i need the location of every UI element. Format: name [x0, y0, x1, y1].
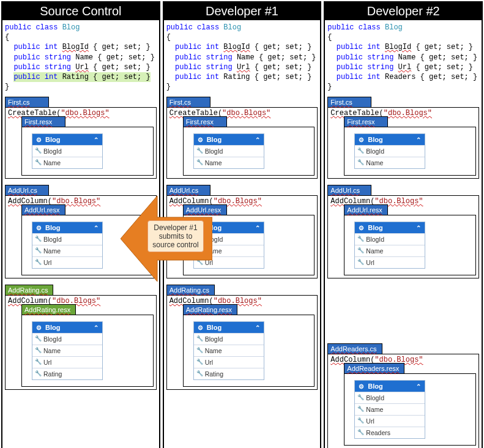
chevron-up-icon: ⌃ [94, 136, 99, 143]
model-card-addurl: ⚙Blog⌃ BlogId Name Url [32, 222, 103, 269]
card-field: Name [194, 157, 264, 168]
card-field: BlogId [32, 333, 102, 345]
gear-icon: ⚙ [198, 225, 203, 231]
model-card-addurl: ⚙Blog⌃ BlogId Name Url [354, 222, 425, 269]
card-field: Name [194, 345, 264, 356]
file-addrating-cs: AddRating.cs AddColumn("dbo.Blogs" AddRa… [166, 285, 318, 390]
card-field: BlogId [194, 145, 264, 157]
card-field: Name [32, 345, 102, 356]
gear-icon: ⚙ [359, 136, 364, 143]
card-field: Rating [194, 368, 264, 379]
gear-icon: ⚙ [359, 225, 364, 231]
column-source-control: Source Control public class Blog { publi… [1, 1, 160, 448]
spacer [327, 285, 479, 343]
file-first-cs: First.cs CreateTable("dbo.Blogs" First.r… [327, 97, 479, 179]
gear-icon: ⚙ [198, 136, 203, 143]
code-block-source: public class Blog { public int BlogId { … [2, 20, 159, 95]
card-field: BlogId [194, 233, 264, 245]
column-title-dev1: Developer #1 [164, 2, 321, 20]
card-field: Url [355, 415, 425, 427]
code-block-dev2: public class Blog { public int BlogId { … [325, 20, 482, 95]
gear-icon: ⚙ [359, 383, 364, 390]
card-field: Url [194, 256, 264, 268]
model-card-addreaders: ⚙Blog⌃ BlogId Name Url Readers [354, 380, 425, 439]
file-first-cs: First.cs CreateTable("dbo.Blogs" First.r… [166, 97, 318, 179]
card-field: Name [355, 245, 425, 256]
card-field: Readers [355, 427, 425, 438]
card-field: Name [32, 157, 102, 168]
gear-icon: ⚙ [36, 225, 42, 231]
gear-icon: ⚙ [36, 324, 42, 331]
card-field: Url [32, 356, 102, 368]
card-field: BlogId [32, 145, 102, 157]
gear-icon: ⚙ [198, 324, 203, 331]
chevron-up-icon: ⌃ [255, 324, 260, 331]
chevron-up-icon: ⌃ [94, 324, 99, 331]
model-card-first: ⚙Blog⌃ BlogId Name [193, 133, 264, 169]
model-card-addrating: ⚙Blog⌃ BlogId Name Url Rating [32, 321, 103, 380]
column-title-source: Source Control [2, 2, 159, 20]
model-card-addrating: ⚙Blog⌃ BlogId Name Url Rating [193, 321, 264, 380]
model-card-addurl: ⚙Blog⌃ BlogId Name Url [193, 222, 264, 269]
card-field: Url [32, 256, 102, 268]
chevron-up-icon: ⌃ [94, 225, 99, 231]
card-field: Name [355, 157, 425, 168]
file-addrating-resx: AddRating.resx ⚙Blog⌃ BlogId Name Url Ra… [21, 304, 154, 387]
file-addurl-resx: AddUrl.resx ⚙Blog⌃ BlogId Name Url [21, 204, 154, 275]
card-field: BlogId [355, 145, 425, 157]
file-first-cs: First.cs CreateTable("dbo.Blogs" First.r… [5, 97, 157, 179]
file-addrating-cs: AddRating.cs AddColumn("dbo.Blogs" AddRa… [5, 285, 157, 390]
card-field: Url [355, 256, 425, 268]
card-field: Url [194, 356, 264, 368]
file-first-resx: First.resx ⚙Blog⌃ BlogId Name [21, 116, 154, 176]
chevron-up-icon: ⌃ [416, 225, 421, 231]
file-addurl-cs: AddUrl.cs AddColumn("dbo.Blogs" AddUrl.r… [166, 185, 318, 278]
column-dev2: Developer #2 public class Blog { public … [324, 1, 483, 448]
column-title-dev2: Developer #2 [325, 2, 482, 20]
model-card-first: ⚙Blog⌃ BlogId Name [354, 133, 425, 169]
chevron-up-icon: ⌃ [416, 136, 421, 143]
model-card-first: ⚙Blog⌃ BlogId Name [32, 133, 103, 169]
card-field: BlogId [355, 392, 425, 403]
code-block-dev1: public class Blog { public int BlogId { … [164, 20, 321, 95]
file-addurl-cs: AddUrl.cs AddColumn("dbo.Blogs" AddUrl.r… [327, 185, 479, 278]
file-addreaders-cs: AddReaders.cs AddColumn("dbo.Blogs" AddR… [327, 343, 479, 448]
chevron-up-icon: ⌃ [255, 225, 260, 231]
card-field: BlogId [32, 233, 102, 245]
card-field: Name [355, 403, 425, 415]
chevron-up-icon: ⌃ [416, 383, 421, 390]
tab-first-cs: First.cs [5, 97, 49, 107]
gear-icon: ⚙ [36, 136, 42, 143]
card-field: Rating [32, 368, 102, 379]
card-field: Name [194, 245, 264, 256]
card-field: BlogId [194, 333, 264, 345]
card-field: Name [32, 245, 102, 256]
file-addurl-cs: AddUrl.cs AddColumn("dbo.Blogs" AddUrl.r… [5, 185, 157, 278]
column-dev1: Developer #1 public class Blog { public … [163, 1, 322, 448]
chevron-up-icon: ⌃ [255, 136, 260, 143]
card-field: BlogId [355, 233, 425, 245]
